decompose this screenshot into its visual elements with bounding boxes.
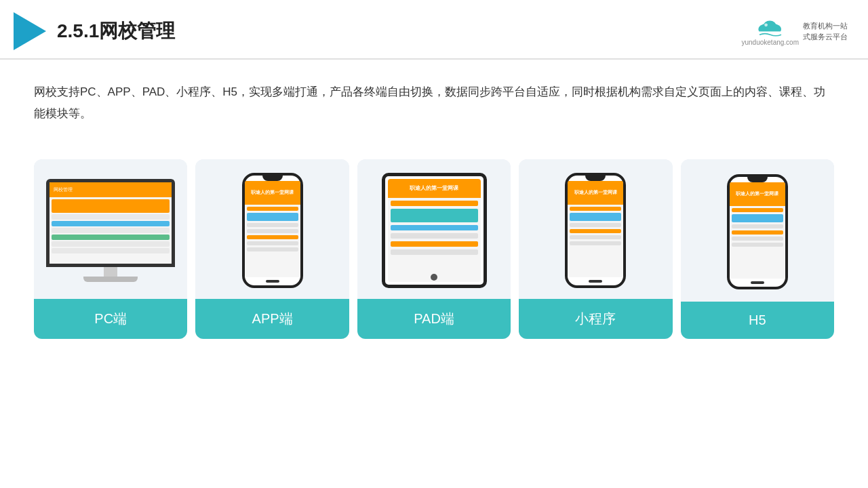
header-left: 2.5.1网校管理 [14,12,175,50]
cards-container: 网校管理 PC端 [0,139,868,352]
svg-point-3 [764,23,768,26]
brand-tagline: 教育机构一站 式服务云平台 [803,20,848,43]
monitor-screen: 网校管理 [46,179,175,267]
cloud-icon [754,16,787,38]
cloud-icon-wrap: yunduoketang.com [741,16,799,46]
description-text: 网校支持PC、APP、PAD、小程序、H5，实现多端打通，产品各终端自由切换，数… [0,60,868,132]
card-image-pc: 网校管理 [34,159,187,299]
card-image-pad: 职途人的第一堂网课 [357,159,511,299]
card-miniprogram: 职途人的第一堂网课 小程序 [519,159,672,339]
page-title: 2.5.1网校管理 [57,18,175,44]
header: 2.5.1网校管理 yunduoketang.com [0,0,868,60]
pc-monitor-icon: 网校管理 [45,179,176,282]
header-right: yunduoketang.com 教育机构一站 式服务云平台 [741,16,848,46]
card-h5: 职途人的第一堂网课 H5 [681,159,834,339]
card-label-app: APP端 [195,299,349,339]
card-label-miniprogram: 小程序 [519,299,672,339]
phone-miniprogram-icon: 职途人的第一堂网课 [565,173,626,288]
phone-h5-icon: 职途人的第一堂网课 [727,174,788,289]
card-label-pc: PC端 [34,299,187,339]
card-pc: 网校管理 PC端 [34,159,187,339]
brand-tagline-line2: 式服务云平台 [803,31,848,43]
brand-tagline-line1: 教育机构一站 [803,20,848,32]
brand-url: yunduoketang.com [741,39,799,46]
card-app: 职途人的第一堂网课 APP端 [195,159,349,339]
card-image-h5: 职途人的第一堂网课 [681,159,834,302]
card-label-h5: H5 [681,302,834,339]
pad-icon: 职途人的第一堂网课 [382,173,487,288]
card-image-miniprogram: 职途人的第一堂网课 [519,159,672,299]
brand-logo: yunduoketang.com 教育机构一站 式服务云平台 [741,16,848,46]
logo-triangle-icon [14,12,46,50]
card-pad: 职途人的第一堂网课 PAD端 [357,159,511,339]
phone-app-icon: 职途人的第一堂网课 [242,173,303,288]
card-image-app: 职途人的第一堂网课 [195,159,349,299]
card-label-pad: PAD端 [357,299,511,339]
description-content: 网校支持PC、APP、PAD、小程序、H5，实现多端打通，产品各终端自由切换，数… [34,81,834,125]
